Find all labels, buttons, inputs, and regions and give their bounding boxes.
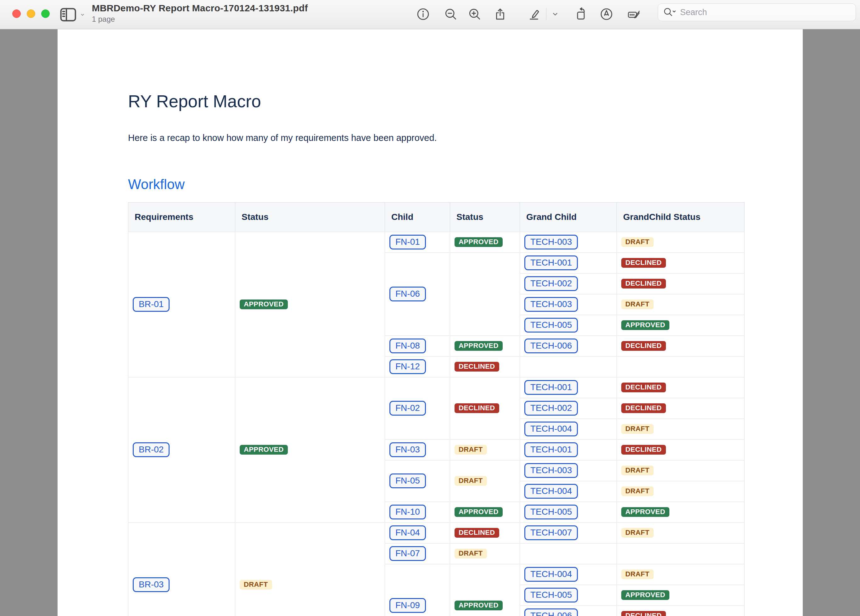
search-input[interactable]	[678, 8, 851, 17]
markup-pen-icon	[599, 7, 614, 21]
highlight-button[interactable]	[525, 6, 542, 23]
grandchild-cell: TECH-006	[520, 606, 617, 616]
grandchild-status-cell: DECLINED	[617, 273, 745, 294]
issue-link-tech-004[interactable]: TECH-004	[524, 421, 578, 436]
highlight-icon	[527, 7, 541, 21]
issue-link-tech-002[interactable]: TECH-002	[524, 276, 578, 291]
issue-link-fn-05[interactable]: FN-05	[389, 473, 426, 488]
grandchild-status-cell: DRAFT	[617, 481, 745, 502]
workflow-table: RequirementsStatusChildStatusGrand Child…	[128, 202, 745, 616]
grandchild-cell: TECH-005	[520, 502, 617, 523]
issue-link-tech-006[interactable]: TECH-006	[524, 608, 578, 616]
info-button[interactable]	[414, 6, 432, 23]
grandchild-status-cell: DECLINED	[617, 440, 745, 460]
issue-link-tech-002[interactable]: TECH-002	[524, 401, 578, 416]
grandchild-status-cell: DECLINED	[617, 606, 745, 616]
status-lozenge: DRAFT	[621, 569, 654, 579]
share-button[interactable]	[492, 6, 508, 23]
child-status-cell: APPROVED	[450, 336, 520, 357]
column-header: Requirements	[128, 203, 235, 232]
zoom-out-icon	[444, 7, 458, 21]
document-canvas[interactable]: RY Report Macro Here is a recap to know …	[0, 29, 860, 616]
requirement-status-cell: DRAFT	[235, 523, 385, 616]
issue-link-tech-004[interactable]: TECH-004	[524, 567, 578, 582]
fullscreen-button[interactable]	[41, 9, 50, 18]
status-lozenge: DRAFT	[455, 476, 487, 486]
status-lozenge: APPROVED	[455, 237, 503, 247]
sidebar-toggle-button[interactable]	[58, 6, 86, 23]
issue-link-tech-005[interactable]: TECH-005	[524, 318, 578, 333]
issue-link-tech-001[interactable]: TECH-001	[524, 442, 578, 457]
toolbar-divider	[546, 8, 546, 20]
window-title: MBRDemo-RY Report Macro-170124-131931.pd…	[92, 3, 308, 14]
child-cell: FN-04	[385, 523, 450, 543]
requirement-status-cell: APPROVED	[235, 232, 385, 377]
issue-link-tech-005[interactable]: TECH-005	[524, 588, 578, 602]
grandchild-cell: TECH-003	[520, 294, 617, 315]
column-header: GrandChild Status	[617, 203, 745, 232]
child-cell: FN-12	[385, 357, 450, 377]
issue-link-tech-004[interactable]: TECH-004	[524, 484, 578, 499]
child-status-cell: DRAFT	[450, 440, 520, 460]
issue-link-tech-006[interactable]: TECH-006	[524, 338, 578, 353]
issue-link-fn-04[interactable]: FN-04	[389, 525, 426, 540]
markup-pen-button[interactable]	[598, 6, 615, 23]
issue-link-fn-07[interactable]: FN-07	[389, 546, 426, 561]
section-heading-workflow: Workflow	[128, 176, 744, 193]
pdf-page: RY Report Macro Here is a recap to know …	[58, 29, 803, 616]
status-lozenge: APPROVED	[621, 507, 669, 517]
status-lozenge: APPROVED	[455, 341, 503, 351]
zoom-in-icon	[468, 7, 482, 21]
issue-link-fn-06[interactable]: FN-06	[389, 287, 426, 302]
rotate-button[interactable]	[573, 6, 590, 23]
issue-link-br-01[interactable]: BR-01	[133, 297, 169, 312]
rotate-icon	[574, 7, 588, 21]
issue-link-br-02[interactable]: BR-02	[133, 442, 169, 457]
zoom-in-button[interactable]	[466, 6, 483, 23]
issue-link-tech-003[interactable]: TECH-003	[524, 463, 578, 478]
status-lozenge: DECLINED	[455, 362, 499, 372]
issue-link-fn-02[interactable]: FN-02	[389, 401, 426, 416]
status-lozenge: APPROVED	[621, 590, 669, 600]
search-field[interactable]	[658, 3, 856, 21]
close-button[interactable]	[12, 9, 21, 18]
status-lozenge: DECLINED	[455, 528, 499, 537]
issue-link-fn-08[interactable]: FN-08	[389, 338, 426, 353]
grandchild-status-cell: DECLINED	[617, 377, 745, 398]
issue-link-fn-01[interactable]: FN-01	[389, 235, 426, 250]
grandchild-cell: TECH-004	[520, 419, 617, 440]
issue-link-tech-003[interactable]: TECH-003	[524, 297, 578, 312]
status-lozenge: DECLINED	[621, 403, 666, 413]
grandchild-cell: TECH-003	[520, 232, 617, 253]
issue-link-fn-09[interactable]: FN-09	[389, 598, 426, 613]
issue-link-fn-12[interactable]: FN-12	[389, 359, 426, 374]
issue-link-br-03[interactable]: BR-03	[133, 577, 169, 592]
issue-link-tech-001[interactable]: TECH-001	[524, 380, 578, 395]
status-lozenge: DRAFT	[621, 466, 654, 475]
issue-link-tech-007[interactable]: TECH-007	[524, 525, 578, 540]
grandchild-cell	[520, 357, 617, 377]
issue-link-tech-001[interactable]: TECH-001	[524, 255, 578, 270]
grandchild-cell: TECH-003	[520, 460, 617, 481]
status-lozenge: DRAFT	[621, 486, 654, 496]
child-status-cell	[450, 253, 520, 336]
minimize-button[interactable]	[27, 9, 35, 18]
grandchild-cell: TECH-004	[520, 564, 617, 585]
grandchild-cell: TECH-001	[520, 377, 617, 398]
grandchild-status-cell: DECLINED	[617, 336, 745, 357]
child-cell: FN-06	[385, 253, 450, 336]
grandchild-cell: TECH-004	[520, 481, 617, 502]
form-sign-button[interactable]	[625, 6, 643, 23]
child-cell: FN-01	[385, 232, 450, 253]
issue-link-fn-10[interactable]: FN-10	[389, 504, 426, 519]
issue-link-tech-003[interactable]: TECH-003	[524, 235, 578, 250]
child-cell: FN-07	[385, 543, 450, 564]
issue-link-tech-005[interactable]: TECH-005	[524, 504, 578, 519]
highlight-options-button[interactable]	[548, 6, 562, 23]
grandchild-cell: TECH-006	[520, 336, 617, 357]
status-lozenge: APPROVED	[240, 445, 288, 455]
issue-link-fn-03[interactable]: FN-03	[389, 442, 426, 457]
grandchild-cell: TECH-002	[520, 398, 617, 419]
zoom-out-button[interactable]	[442, 6, 459, 23]
status-lozenge: DECLINED	[621, 258, 666, 268]
